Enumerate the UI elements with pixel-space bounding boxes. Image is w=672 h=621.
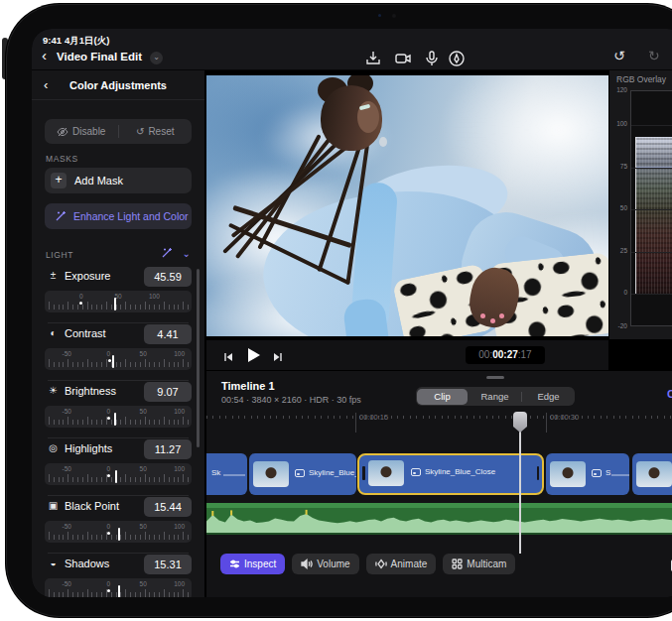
slider-brightness: ☀Brightness9.07 -50050100 xyxy=(45,380,192,434)
ruler-timecode-label: 00:00:30 xyxy=(546,413,579,433)
volume-button[interactable]: Volume xyxy=(292,554,358,574)
slider-scale-label: 0 xyxy=(106,523,110,530)
scope-frame xyxy=(630,90,672,326)
image-icon xyxy=(411,468,421,476)
contrast-value[interactable]: 4.41 xyxy=(144,324,192,344)
panel-header: ‹ Color Adjustments xyxy=(32,70,204,100)
collapse-chevron-icon[interactable]: ⌄ xyxy=(183,248,191,259)
trim-handle-right[interactable] xyxy=(537,466,540,480)
timeline-ruler[interactable]: 00:00:1500:00:30 xyxy=(206,411,672,433)
video-art xyxy=(499,313,504,318)
ipad-bezel: 9:41 4月1日(火) ‹ Video Final Edit ⌄ ↺ xyxy=(6,4,672,617)
slider-value-marker[interactable] xyxy=(114,413,116,426)
timeline-clip-selected[interactable]: Skyline_Blue_Close xyxy=(357,453,544,495)
shadows-value[interactable]: 15.31 xyxy=(144,555,192,574)
slider-value-marker[interactable] xyxy=(118,585,120,597)
mode-range[interactable]: Range xyxy=(470,389,520,405)
plus-icon: + xyxy=(51,173,67,188)
clip-thumbnail xyxy=(636,461,672,487)
reset-button[interactable]: ↺ Reset xyxy=(119,119,193,144)
status-time: 9:41 xyxy=(43,35,62,46)
title-dropdown-icon[interactable]: ⌄ xyxy=(150,52,163,64)
camera-icon[interactable] xyxy=(393,49,413,68)
slider-scale-label: -50 xyxy=(62,350,70,357)
next-frame-button[interactable] xyxy=(272,349,284,367)
enhance-light-color-button[interactable]: Enhance Light and Color xyxy=(45,203,192,229)
add-mask-button[interactable]: + Add Mask xyxy=(45,168,192,193)
sensor-dot xyxy=(392,14,396,18)
timeline-clip[interactable]: S xyxy=(546,453,629,495)
scope-axis-label: 50 xyxy=(609,204,627,211)
video-art xyxy=(379,137,387,147)
scrollbar[interactable] xyxy=(197,269,200,447)
audio-clip[interactable] xyxy=(206,503,672,535)
shadows-slider[interactable]: -50050100 xyxy=(45,578,192,597)
highlights-value[interactable]: 11.27 xyxy=(144,439,192,459)
magic-wand-icon[interactable] xyxy=(161,247,173,259)
scope-axis-label: 100 xyxy=(609,120,627,127)
timeline-title: Timeline 1 xyxy=(221,380,275,392)
undo-icon[interactable]: ↺ xyxy=(613,48,625,63)
video-art xyxy=(490,318,495,323)
slider-scale-label: 100 xyxy=(174,523,185,530)
mode-edge[interactable]: Edge xyxy=(523,389,574,405)
timeline-clip[interactable] xyxy=(632,453,672,495)
slider-value-marker[interactable] xyxy=(112,355,114,368)
image-icon xyxy=(295,469,305,477)
transport-bar: 00:00:27:17 xyxy=(206,339,608,370)
project-title: Video Final Edit xyxy=(57,51,142,62)
brightness-value[interactable]: 9.07 xyxy=(144,382,192,402)
edit-mode-control: Clip Range Edge xyxy=(416,387,575,406)
exposure-slider[interactable]: 050100 xyxy=(45,291,192,312)
video-frame[interactable] xyxy=(206,75,608,336)
slider-scale-label: 50 xyxy=(140,350,147,357)
disable-button[interactable]: Disable xyxy=(45,119,118,144)
timeline-clip[interactable]: Skyline_Blue_Wide xyxy=(249,453,356,495)
back-chevron-icon[interactable]: ‹ xyxy=(42,48,47,63)
redo-icon[interactable]: ↻ xyxy=(648,48,660,63)
scope-title: RGB Overlay xyxy=(616,74,666,84)
product-shot: 9:41 4月1日(火) ‹ Video Final Edit ⌄ ↺ xyxy=(0,0,672,621)
corner-button-partial[interactable]: C xyxy=(667,388,672,400)
exposure-value[interactable]: 45.59 xyxy=(144,267,192,287)
previous-frame-button[interactable] xyxy=(222,349,234,367)
microphone-icon[interactable] xyxy=(422,49,442,68)
timeline-clip[interactable]: Sk xyxy=(206,453,247,495)
clip-thumbnail xyxy=(550,461,586,487)
disable-reset-group: Disable ↺ Reset xyxy=(45,119,192,144)
light-section-header[interactable]: LIGHT ⌄ xyxy=(32,247,204,265)
inspect-button[interactable]: Inspect xyxy=(220,554,285,574)
slider-value-marker[interactable] xyxy=(114,298,116,310)
slider-scale-label: 0 xyxy=(106,350,110,357)
trim-handle-left[interactable] xyxy=(362,466,365,480)
pencil-icon[interactable] xyxy=(447,49,467,68)
playhead-line[interactable] xyxy=(519,415,521,554)
brightness-slider[interactable]: -50050100 xyxy=(45,406,192,428)
scope-axis-label: 0 xyxy=(609,289,627,296)
masks-heading: MASKS xyxy=(46,154,78,164)
slider-value-marker[interactable] xyxy=(118,528,120,541)
multicam-icon xyxy=(452,559,463,569)
clip-thumbnail xyxy=(253,461,289,487)
video-art xyxy=(480,313,485,318)
black-point-slider[interactable]: -50050100 xyxy=(45,521,192,543)
contrast-slider[interactable]: -50050100 xyxy=(45,348,192,370)
slider-value-marker[interactable] xyxy=(115,470,117,483)
slider-scale-label: 0 xyxy=(106,465,110,472)
play-button[interactable] xyxy=(246,347,261,367)
timecode-display[interactable]: 00:00:27:17 xyxy=(466,346,545,364)
multicam-button[interactable]: Multicam xyxy=(443,554,515,574)
mode-clip[interactable]: Clip xyxy=(417,389,468,405)
truncated-label xyxy=(611,474,629,476)
slider-scale-label: 100 xyxy=(174,465,185,472)
drag-handle[interactable] xyxy=(486,376,504,379)
highlights-slider[interactable]: -50050100 xyxy=(45,463,192,485)
timeline-meta: 00:54 · 3840 × 2160 · HDR · 30 fps xyxy=(221,395,361,405)
slider-scale-label: 50 xyxy=(140,523,147,530)
shadows-icon: ◒ xyxy=(47,558,60,568)
top-toolbar: 9:41 4月1日(火) ‹ Video Final Edit ⌄ ↺ xyxy=(32,29,672,70)
black-point-value[interactable]: 15.44 xyxy=(144,497,192,517)
import-icon[interactable] xyxy=(363,49,383,68)
animate-button[interactable]: Animate xyxy=(366,554,437,574)
slider-default-dot xyxy=(107,589,110,592)
